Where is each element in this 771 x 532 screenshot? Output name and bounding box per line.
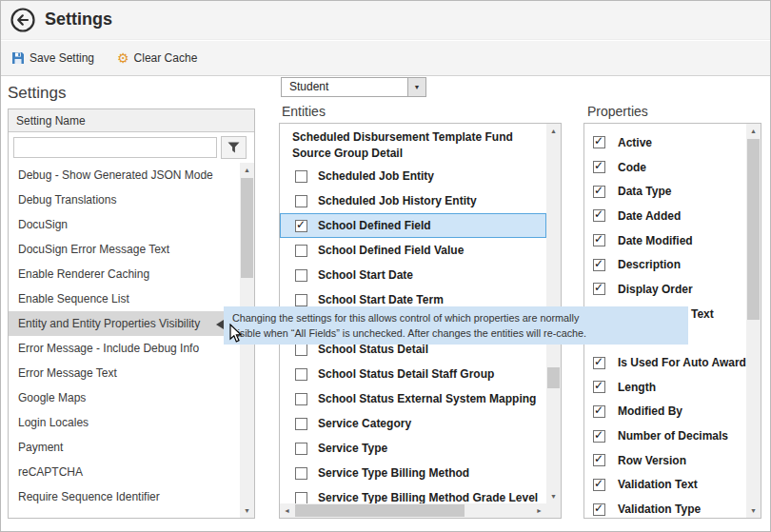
settings-list-item[interactable]: Enable Renderer Caching (9, 262, 240, 286)
entity-checkbox-checked[interactable] (295, 220, 307, 232)
settings-list-item[interactable]: Enable Sequence List (9, 286, 240, 311)
scroll-down-icon[interactable]: ▼ (240, 503, 254, 518)
back-arrow-icon (10, 7, 36, 33)
setting-filter-input[interactable] (13, 137, 217, 158)
entities-hscrollbar-thumb[interactable] (295, 504, 465, 517)
property-checkbox-checked[interactable] (593, 454, 605, 466)
entity-checkbox[interactable] (295, 443, 307, 455)
entity-row[interactable]: Service Category (280, 411, 546, 436)
entity-checkbox[interactable] (295, 344, 307, 356)
entity-checkbox[interactable] (295, 245, 307, 257)
settings-list-item[interactable]: Debug Translations (9, 187, 240, 212)
save-icon (11, 51, 25, 65)
settings-list-item[interactable]: Require Sequence Identifier (9, 484, 240, 509)
entity-row[interactable]: School Status External System Mapping (280, 386, 546, 411)
property-row[interactable]: Validation Type (584, 497, 746, 518)
scroll-left-icon[interactable]: ◄ (280, 503, 294, 518)
property-row[interactable]: Date Added (584, 204, 746, 228)
property-label: Modified By (618, 404, 682, 418)
properties-scrollbar[interactable]: ▲ ▼ (746, 124, 761, 518)
entity-checkbox[interactable] (295, 195, 307, 207)
settings-list-item[interactable]: Error Message - Include Debug Info (9, 336, 240, 361)
entity-row[interactable]: Scheduled Job Entity (280, 164, 546, 188)
entity-label: School Status External System Mapping (318, 392, 536, 405)
entity-checkbox[interactable] (295, 269, 307, 282)
property-row[interactable]: Row Version (584, 448, 746, 473)
scroll-down-icon[interactable]: ▼ (546, 489, 561, 503)
settings-list-item[interactable]: reCAPTCHA (9, 460, 240, 484)
entity-checkbox[interactable] (295, 170, 307, 183)
entities-scrollbar-thumb[interactable] (547, 367, 560, 388)
property-label: Number of Decimals (618, 429, 728, 443)
property-checkbox-checked[interactable] (593, 357, 605, 369)
property-checkbox-checked[interactable] (593, 430, 605, 443)
property-checkbox-checked[interactable] (593, 479, 605, 491)
property-row[interactable]: Description (584, 252, 746, 277)
property-row[interactable]: Data Type (584, 179, 746, 204)
property-checkbox-checked[interactable] (593, 136, 605, 148)
entity-row[interactable]: Service Type Billing Method Grade Level (280, 485, 546, 503)
settings-list-item[interactable]: Error Message Text (9, 361, 240, 385)
property-row[interactable]: Active (584, 130, 746, 155)
property-checkbox-checked[interactable] (593, 283, 605, 295)
property-row[interactable]: Code (584, 155, 746, 180)
property-row[interactable]: Number of Decimals (584, 424, 746, 448)
settings-scrollbar-thumb[interactable] (241, 178, 253, 278)
properties-section-heading: Properties (587, 104, 648, 119)
entity-label: Service Type Billing Method (318, 466, 469, 480)
page-header: Settings (0, 0, 771, 40)
entity-checkbox[interactable] (295, 368, 307, 381)
property-row[interactable]: Display Order (584, 277, 746, 302)
settings-list-item[interactable]: DocuSign Error Message Text (9, 237, 240, 262)
entity-row[interactable]: Service Type (280, 436, 546, 461)
entity-label: Scheduled Job History Entity (318, 194, 477, 207)
properties-scrollbar-thumb[interactable] (747, 139, 760, 320)
property-row[interactable]: Is Used For Auto Award (584, 350, 746, 375)
entity-row[interactable]: School Defined Field Value (280, 238, 546, 263)
entity-checkbox[interactable] (295, 393, 307, 405)
entities-horizontal-scrollbar[interactable]: ◄ ► (280, 503, 546, 518)
scroll-right-icon[interactable]: ► (532, 503, 546, 518)
settings-list-item[interactable]: Payment (9, 435, 240, 460)
entity-row-overflow[interactable]: Scheduled Disbursement Template Fund Sou… (280, 124, 546, 164)
entity-row[interactable]: Service Type Billing Method (280, 461, 546, 485)
clear-cache-button[interactable]: ⚙ Clear Cache (117, 51, 197, 65)
settings-list-item[interactable]: DocuSign (9, 212, 240, 237)
property-row[interactable]: Date Modified (584, 228, 746, 253)
entity-checkbox[interactable] (295, 467, 307, 480)
property-checkbox-checked[interactable] (593, 186, 605, 198)
property-checkbox-checked[interactable] (593, 259, 605, 271)
entity-row[interactable]: Scheduled Job History Entity (280, 188, 546, 213)
property-checkbox-checked[interactable] (593, 405, 605, 418)
back-button[interactable] (10, 7, 36, 33)
scroll-up-icon[interactable]: ▲ (746, 124, 761, 138)
save-setting-button[interactable]: Save Setting (11, 51, 94, 65)
property-row[interactable]: Length (584, 375, 746, 400)
entity-checkbox[interactable] (295, 418, 307, 430)
property-checkbox-checked[interactable] (593, 381, 605, 393)
entity-checkbox[interactable] (295, 492, 307, 504)
tooltip-pointer-icon (216, 320, 224, 329)
property-row[interactable]: Modified By (584, 400, 746, 424)
scroll-up-icon[interactable]: ▲ (240, 163, 254, 177)
entity-label: School Start Date (318, 268, 413, 282)
property-checkbox-checked[interactable] (593, 161, 605, 173)
filter-button[interactable] (221, 136, 247, 159)
entity-row[interactable]: School Start Date (280, 263, 546, 287)
entity-checkbox[interactable] (295, 294, 307, 306)
property-checkbox-checked[interactable] (593, 209, 605, 222)
dropdown-arrow-icon[interactable]: ▼ (407, 78, 425, 96)
property-row[interactable]: Validation Text (584, 473, 746, 498)
property-checkbox-checked[interactable] (593, 503, 605, 516)
settings-list-item[interactable]: Google Maps (9, 385, 240, 410)
entity-label: School Defined Field (318, 219, 431, 232)
entity-row-selected[interactable]: School Defined Field (280, 213, 546, 238)
entity-type-dropdown[interactable]: Student ▼ (281, 77, 426, 97)
settings-list-item[interactable]: Debug - Show Generated JSON Mode (9, 163, 240, 187)
settings-list-item[interactable]: Login Locales (9, 410, 240, 435)
property-checkbox-checked[interactable] (593, 234, 605, 246)
entity-row[interactable]: School Status Detail Staff Group (280, 362, 546, 386)
settings-list-item-selected[interactable]: Entity and Entity Properties Visibility (9, 311, 240, 336)
scroll-down-icon[interactable]: ▼ (746, 503, 761, 518)
scroll-up-icon[interactable]: ▲ (546, 124, 561, 138)
